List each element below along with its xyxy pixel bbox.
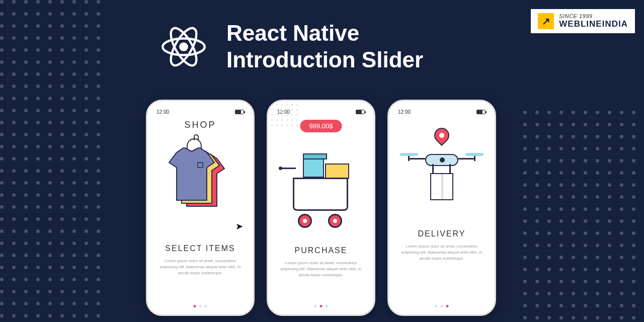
page-title: React Native Introduction Slider — [226, 20, 423, 73]
page-dot[interactable] — [435, 305, 438, 307]
phone-delivery: 12:00 DELIVERY Lorem ipsum dolor sit ame… — [387, 100, 496, 316]
box-icon — [303, 156, 324, 178]
page-dot[interactable] — [446, 305, 449, 307]
page-dot[interactable] — [205, 305, 207, 307]
header: React Native Introduction Slider — [156, 19, 423, 74]
wheel-icon — [298, 214, 312, 228]
slide-description: Lorem ipsum dolor sit amet, consectetur … — [275, 260, 367, 278]
package-icon — [430, 173, 453, 200]
battery-icon — [356, 110, 365, 114]
page-dot[interactable] — [326, 305, 328, 307]
drone-illustration — [396, 120, 488, 220]
badge-name: WEBLINEINDIA — [559, 19, 628, 29]
status-time: 12:00 — [398, 109, 411, 115]
drone-icon — [425, 154, 458, 166]
pagination — [435, 305, 449, 307]
phone-shop: 12:00 SHOP ➤ SELECT ITEMS Lorem ipsum do… — [146, 100, 255, 316]
page-dot[interactable] — [194, 305, 196, 307]
decorative-dots-right — [523, 111, 644, 322]
cart-icon — [293, 178, 348, 211]
phone-mockups: 12:00 SHOP ➤ SELECT ITEMS Lorem ipsum do… — [146, 100, 496, 316]
status-bar: 12:00 — [396, 109, 488, 115]
slide-title: SELECT ITEMS — [154, 244, 246, 253]
slide-description: Lorem ipsum dolor sit amet, consectetur … — [154, 258, 246, 276]
shop-illustration: ➤ — [154, 134, 246, 235]
slide-title: PURCHASE — [275, 246, 367, 255]
battery-icon — [235, 110, 244, 114]
page-dot[interactable] — [320, 305, 323, 307]
pagination — [314, 305, 328, 307]
cart-handle — [282, 168, 296, 169]
cart-illustration — [275, 136, 367, 237]
battery-icon — [476, 110, 486, 114]
brand-badge: ↗ SINCE 1999 WEBLINEINDIA — [531, 9, 635, 33]
badge-since: SINCE 1999 — [559, 13, 628, 19]
wheel-icon — [328, 214, 342, 228]
react-logo-icon — [156, 19, 211, 74]
page-dot[interactable] — [314, 305, 317, 307]
decorative-dots-left — [0, 0, 111, 322]
cursor-icon: ➤ — [235, 221, 243, 232]
slide-description: Lorem ipsum dolor sit amet, consectetur … — [396, 244, 488, 262]
box-icon — [325, 164, 349, 179]
title-line-1: React Native — [226, 20, 423, 47]
page-dot[interactable] — [441, 305, 443, 307]
slide-title: DELIVERY — [396, 229, 488, 238]
pagination — [194, 305, 207, 307]
hanger-icon — [187, 138, 202, 148]
phone-purchase: 12:00 989.00$ PURCHASE Lorem ipsum dolor… — [267, 100, 375, 316]
tshirt-icon — [167, 147, 217, 203]
svg-point-0 — [179, 42, 188, 51]
page-dot[interactable] — [199, 305, 202, 307]
status-time: 12:00 — [156, 109, 169, 115]
price-badge: 989.00$ — [300, 120, 342, 132]
status-bar: 12:00 — [154, 109, 246, 115]
shop-header: SHOP — [154, 120, 246, 130]
decorative-dots — [271, 104, 301, 129]
title-line-2: Introduction Slider — [226, 47, 423, 73]
location-pin-icon — [433, 128, 450, 150]
arrow-icon: ↗ — [538, 13, 554, 29]
